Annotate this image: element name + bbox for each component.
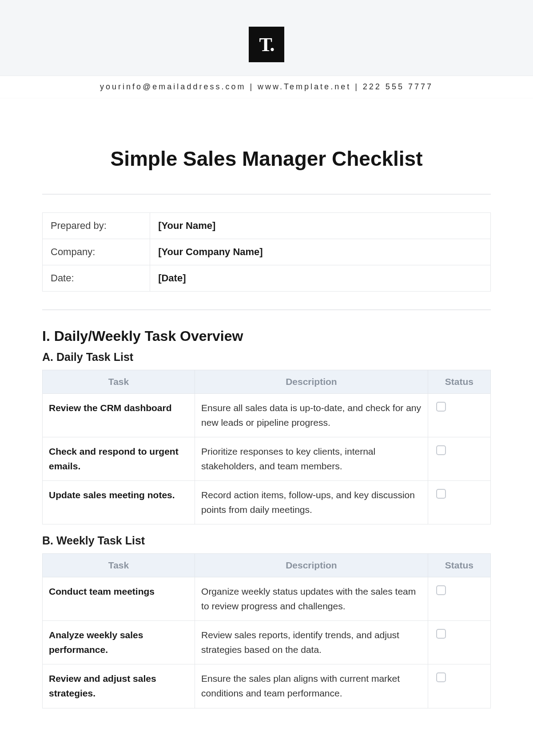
task-status-cell — [428, 481, 490, 524]
meta-value: [Your Name] — [150, 213, 491, 239]
task-desc: Prioritize responses to key clients, int… — [195, 437, 428, 481]
meta-table: Prepared by: [Your Name] Company: [Your … — [42, 212, 491, 292]
meta-label: Prepared by: — [43, 213, 150, 239]
section-heading: I. Daily/Weekly Task Overview — [42, 328, 491, 344]
task-name: Review and adjust sales strategies. — [43, 664, 195, 708]
divider — [42, 309, 491, 310]
subsection-heading-daily: A. Daily Task List — [42, 351, 491, 364]
task-status-cell — [428, 621, 490, 664]
contact-bar: yourinfo@emailaddress.com | www.Template… — [0, 76, 533, 98]
task-name: Update sales meeting notes. — [43, 481, 195, 524]
task-desc: Ensure the sales plan aligns with curren… — [195, 664, 428, 708]
table-row: Review and adjust sales strategies. Ensu… — [43, 664, 491, 708]
table-header-row: Task Description Status — [43, 554, 491, 577]
meta-row: Prepared by: [Your Name] — [43, 213, 491, 239]
page-title: Simple Sales Manager Checklist — [42, 147, 491, 171]
col-task: Task — [43, 554, 195, 577]
task-desc: Record action items, follow-ups, and key… — [195, 481, 428, 524]
checkbox-icon[interactable] — [436, 402, 446, 412]
table-row: Update sales meeting notes. Record actio… — [43, 481, 491, 524]
meta-label: Date: — [43, 265, 150, 292]
col-desc: Description — [195, 554, 428, 577]
task-name: Conduct team meetings — [43, 577, 195, 621]
col-status: Status — [428, 554, 490, 577]
document-content: Simple Sales Manager Checklist Prepared … — [0, 98, 533, 736]
task-name: Analyze weekly sales performance. — [43, 621, 195, 664]
divider — [42, 194, 491, 195]
table-row: Check and respond to urgent emails. Prio… — [43, 437, 491, 481]
task-name: Check and respond to urgent emails. — [43, 437, 195, 481]
meta-row: Company: [Your Company Name] — [43, 239, 491, 265]
table-row: Conduct team meetings Organize weekly st… — [43, 577, 491, 621]
checkbox-icon[interactable] — [436, 489, 446, 499]
task-name: Review the CRM dashboard — [43, 394, 195, 437]
checkbox-icon[interactable] — [436, 585, 446, 595]
brand-logo: T. — [249, 27, 284, 62]
col-status: Status — [428, 370, 490, 394]
checkbox-icon[interactable] — [436, 629, 446, 639]
subsection-heading-weekly: B. Weekly Task List — [42, 534, 491, 547]
task-status-cell — [428, 394, 490, 437]
meta-row: Date: [Date] — [43, 265, 491, 292]
checkbox-icon[interactable] — [436, 672, 446, 682]
task-status-cell — [428, 437, 490, 481]
table-row: Review the CRM dashboard Ensure all sale… — [43, 394, 491, 437]
meta-value: [Date] — [150, 265, 491, 292]
checkbox-icon[interactable] — [436, 445, 446, 455]
col-desc: Description — [195, 370, 428, 394]
table-row: Analyze weekly sales performance. Review… — [43, 621, 491, 664]
meta-value: [Your Company Name] — [150, 239, 491, 265]
table-header-row: Task Description Status — [43, 370, 491, 394]
header-band: T. yourinfo@emailaddress.com | www.Templ… — [0, 0, 533, 98]
logo-wrap: T. — [0, 27, 533, 76]
task-desc: Review sales reports, identify trends, a… — [195, 621, 428, 664]
task-status-cell — [428, 577, 490, 621]
page: T. yourinfo@emailaddress.com | www.Templ… — [0, 0, 533, 756]
weekly-task-table: Task Description Status Conduct team mee… — [42, 553, 491, 708]
col-task: Task — [43, 370, 195, 394]
task-status-cell — [428, 664, 490, 708]
task-desc: Ensure all sales data is up-to-date, and… — [195, 394, 428, 437]
task-desc: Organize weekly status updates with the … — [195, 577, 428, 621]
daily-task-table: Task Description Status Review the CRM d… — [42, 370, 491, 524]
meta-label: Company: — [43, 239, 150, 265]
